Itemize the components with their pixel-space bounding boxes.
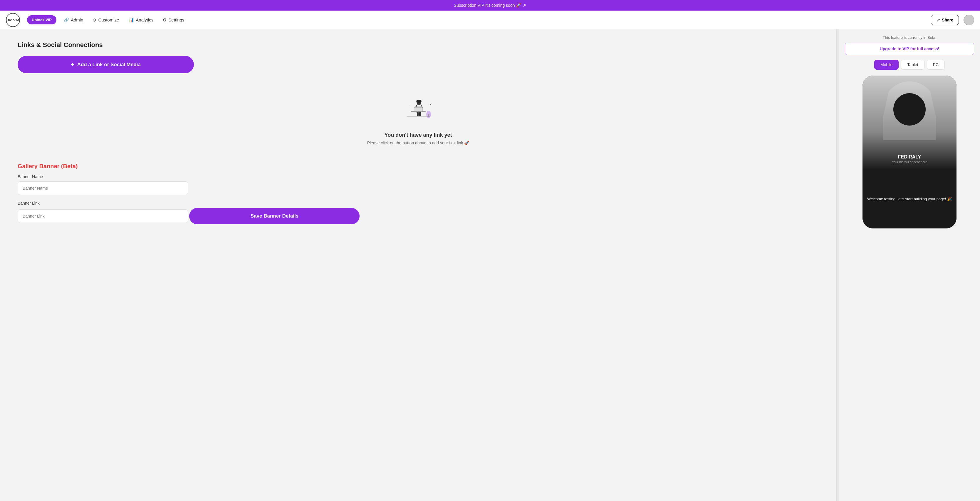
nav-analytics-label: Analytics — [136, 18, 153, 22]
banner-arrow-icon: ↗ — [523, 3, 526, 8]
avatar[interactable] — [964, 15, 974, 25]
settings-icon: ⚙ — [163, 18, 167, 22]
banner-link-input[interactable] — [18, 209, 188, 223]
banner-text: Subscription VIP It's coming soon 🚀 — [454, 3, 521, 8]
phone-bio: Your bio will appear here — [892, 160, 928, 164]
customize-icon: ⊙ — [92, 18, 96, 22]
logo: FEDIRALY — [6, 13, 20, 27]
empty-subtitle: Please click on the button above to add … — [367, 140, 469, 145]
nav-admin-label: Admin — [71, 18, 83, 22]
upgrade-banner[interactable]: Upgrade to VIP for full access! — [845, 43, 974, 55]
svg-rect-8 — [414, 107, 423, 112]
add-link-label: Add a Link or Social Media — [77, 62, 141, 68]
tab-tablet[interactable]: Tablet — [901, 60, 924, 70]
beta-text: This feature is currently in Beta. — [883, 35, 937, 40]
nav-links: 🔗 Admin ⊙ Customize 📊 Analytics ⚙ Settin… — [64, 18, 924, 22]
svg-rect-10 — [428, 114, 429, 117]
tab-pc[interactable]: PC — [927, 60, 945, 70]
phone-username: FEDIRALY — [898, 154, 921, 160]
plus-icon: + — [71, 61, 74, 68]
empty-state: ✕ ○ You don't have any link yet Please c… — [18, 85, 819, 157]
device-tabs: Mobile Tablet PC — [874, 60, 945, 70]
nav-right: ↗ Share — [931, 15, 974, 25]
main-layout: Links & Social Connections + Add a Link … — [0, 29, 980, 501]
analytics-icon: 📊 — [128, 18, 134, 22]
nav-settings[interactable]: ⚙ Settings — [163, 18, 184, 22]
gallery-banner-title: Gallery Banner (Beta) — [18, 163, 819, 170]
banner-name-label: Banner Name — [18, 174, 819, 179]
banner-name-input[interactable] — [18, 182, 188, 195]
svg-text:○: ○ — [409, 104, 410, 107]
section-title: Links & Social Connections — [18, 41, 819, 49]
nav-analytics[interactable]: 📊 Analytics — [128, 18, 153, 22]
phone-profile-area: FEDIRALY Your bio will appear here — [862, 75, 956, 170]
beta-label: (Beta) — [61, 163, 78, 169]
navigation: FEDIRALY Unlock VIP 🔗 Admin ⊙ Customize … — [0, 11, 980, 29]
empty-illustration: ✕ ○ — [398, 91, 439, 126]
share-icon: ↗ — [937, 18, 940, 22]
svg-point-3 — [416, 100, 422, 103]
empty-title: You don't have any link yet — [385, 132, 452, 138]
phone-welcome-text: Welcome testing, let's start building yo… — [867, 196, 952, 202]
save-banner-button[interactable]: Save Banner Details — [189, 208, 360, 224]
add-link-button[interactable]: + Add a Link or Social Media — [18, 56, 194, 73]
phone-circle — [893, 93, 926, 126]
right-panel: This feature is currently in Beta. Upgra… — [839, 29, 980, 501]
nav-customize[interactable]: ⊙ Customize — [92, 18, 119, 22]
nav-customize-label: Customize — [98, 18, 119, 22]
banner-link-label: Banner Link — [18, 201, 819, 206]
svg-rect-6 — [419, 112, 421, 116]
tab-mobile[interactable]: Mobile — [874, 60, 899, 70]
nav-admin[interactable]: 🔗 Admin — [64, 18, 83, 22]
share-button[interactable]: ↗ Share — [931, 15, 959, 25]
svg-text:✕: ✕ — [430, 103, 432, 106]
left-panel: Links & Social Connections + Add a Link … — [0, 29, 837, 501]
unlock-vip-button[interactable]: Unlock VIP — [27, 15, 56, 24]
share-label: Share — [942, 18, 953, 22]
nav-settings-label: Settings — [168, 18, 184, 22]
phone-mockup: FEDIRALY Your bio will appear here Welco… — [862, 75, 956, 228]
scrollbar[interactable] — [837, 29, 839, 501]
svg-rect-5 — [417, 112, 418, 116]
link-icon: 🔗 — [64, 18, 69, 22]
top-banner: Subscription VIP It's coming soon 🚀 ↗ — [0, 0, 980, 11]
gallery-banner-section: Gallery Banner (Beta) Banner Name Banner… — [18, 163, 819, 229]
phone-body: Welcome testing, let's start building yo… — [862, 170, 956, 228]
